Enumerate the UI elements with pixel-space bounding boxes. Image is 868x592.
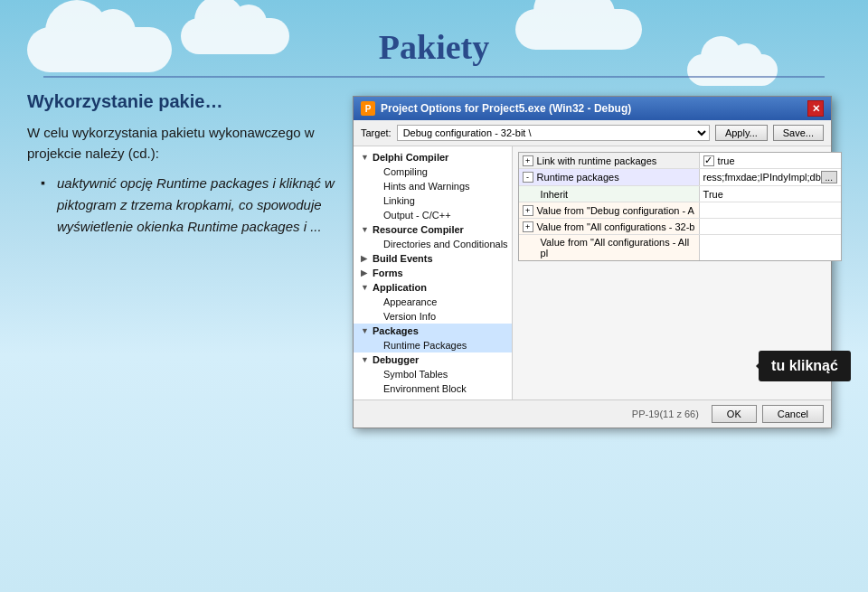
title-divider bbox=[43, 76, 825, 78]
dialog-footer: PP-19(11 z 66) OK Cancel bbox=[354, 399, 831, 428]
prop-value-link-runtime: ✓ true bbox=[700, 153, 841, 168]
target-label: Target: bbox=[361, 127, 392, 138]
main-layout: Wykorzystanie pakie… W celu wykorzystani… bbox=[0, 91, 868, 428]
props-grid: + Link with runtime packages ✓ true bbox=[518, 152, 842, 261]
tree-item-compiling[interactable]: Compiling bbox=[354, 164, 512, 179]
tree-item-application[interactable]: ▼Application bbox=[354, 280, 512, 295]
tree-item-version-info[interactable]: Version Info bbox=[354, 309, 512, 324]
target-select[interactable]: Debug configuration - 32-bit \ bbox=[397, 125, 710, 141]
ok-button[interactable]: OK bbox=[712, 405, 757, 423]
tree-item-delphi-compiler[interactable]: ▼Delphi Compiler bbox=[354, 150, 512, 164]
tree-item-forms[interactable]: ▶Forms bbox=[354, 266, 512, 280]
tree-item-directories[interactable]: Directories and Conditionals bbox=[354, 237, 512, 251]
prop-row-value-all-pl: Value from "All configurations - All pl bbox=[519, 235, 841, 260]
cancel-button[interactable]: Cancel bbox=[762, 405, 824, 423]
prop-label-value-debug: + Value from "Debug configuration - A bbox=[519, 202, 700, 218]
tree-item-hints[interactable]: Hints and Warnings bbox=[354, 179, 512, 193]
tree-item-debugger[interactable]: ▼Debugger bbox=[354, 352, 512, 367]
prop-label-link-runtime: + Link with runtime packages bbox=[519, 153, 700, 168]
dialog-body: ▼Delphi Compiler Compiling Hints and War… bbox=[354, 146, 831, 399]
tree-item-linking[interactable]: Linking bbox=[354, 193, 512, 208]
project-options-dialog: P Project Options for Project5.exe (Win3… bbox=[353, 96, 832, 428]
prop-label-inherit: Inherit bbox=[519, 186, 700, 202]
target-row: Target: Debug configuration - 32-bit \ A… bbox=[354, 120, 831, 146]
body-intro: W celu wykorzystania pakietu wykonawczeg… bbox=[27, 123, 335, 164]
prop-label-all32-text: Value from "All configurations - 32-b bbox=[537, 221, 695, 232]
prop-inherit-value: True bbox=[703, 189, 723, 200]
bullet-list: uaktywnić opcję Runtime packages i klikn… bbox=[41, 173, 335, 238]
prop-value-link-text: true bbox=[718, 155, 735, 166]
prop-row-link-runtime: + Link with runtime packages ✓ true bbox=[519, 153, 841, 169]
tree-item-packages[interactable]: ▼Packages bbox=[354, 324, 512, 338]
apply-button[interactable]: Apply... bbox=[715, 125, 768, 141]
prop-label-inherit-text: Inherit bbox=[541, 189, 569, 200]
tree-item-build-events[interactable]: ▶Build Events bbox=[354, 251, 512, 266]
prop-value-debug bbox=[700, 202, 841, 218]
right-panel: + Link with runtime packages ✓ true bbox=[513, 146, 847, 399]
content-area: Pakiety Wykorzystanie pakie… W celu wyko… bbox=[0, 0, 868, 592]
left-text-panel: Wykorzystanie pakie… W celu wykorzystani… bbox=[27, 91, 335, 428]
prop-label-allpl-text: Value from "All configurations - All pl bbox=[541, 237, 695, 258]
runtime-packages-checkbox[interactable]: ✓ bbox=[703, 155, 714, 166]
dialog-title-left: P Project Options for Project5.exe (Win3… bbox=[361, 101, 631, 116]
prop-value-all-32 bbox=[700, 219, 841, 234]
save-button[interactable]: Save... bbox=[773, 125, 824, 141]
prop-runtime-value: ress;fmxdae;IPIndyImpl;dbexpress bbox=[703, 172, 821, 183]
tree-item-resource-compiler[interactable]: ▼Resource Compiler bbox=[354, 222, 512, 237]
prop-expand-runtime[interactable]: - bbox=[523, 172, 533, 183]
click-tooltip: tu kliknąć bbox=[759, 351, 851, 381]
page-title: Pakiety bbox=[0, 0, 868, 67]
runtime-packages-dots-button[interactable]: ... bbox=[821, 171, 837, 183]
prop-row-value-all-32: + Value from "All configurations - 32-b bbox=[519, 219, 841, 235]
prop-value-inherit: True bbox=[700, 186, 841, 202]
prop-row-value-debug: + Value from "Debug configuration - A bbox=[519, 202, 841, 219]
prop-label-runtime-text: Runtime packages bbox=[537, 172, 619, 183]
prop-label-debug-text: Value from "Debug configuration - A bbox=[537, 205, 694, 216]
prop-label-link-text: Link with runtime packages bbox=[537, 155, 657, 166]
tree-item-output-cpp[interactable]: Output - C/C++ bbox=[354, 208, 512, 222]
tree-item-environment-block[interactable]: Environment Block bbox=[354, 381, 512, 396]
prop-row-runtime-packages: - Runtime packages ress;fmxdae;IPIndyImp… bbox=[519, 169, 841, 186]
prop-expand-all32[interactable]: + bbox=[523, 221, 533, 232]
prop-expand-link[interactable]: + bbox=[523, 155, 533, 166]
prop-value-all-pl bbox=[700, 235, 841, 260]
tree-panel: ▼Delphi Compiler Compiling Hints and War… bbox=[354, 146, 513, 399]
dialog-titlebar: P Project Options for Project5.exe (Win3… bbox=[354, 97, 831, 120]
tree-item-appearance[interactable]: Appearance bbox=[354, 295, 512, 309]
prop-value-runtime-packages: ress;fmxdae;IPIndyImpl;dbexpress ... bbox=[700, 169, 841, 185]
prop-expand-debug[interactable]: + bbox=[523, 205, 533, 216]
dialog-wrapper: P Project Options for Project5.exe (Win3… bbox=[353, 91, 841, 428]
dialog-title-text: Project Options for Project5.exe (Win32 … bbox=[381, 102, 631, 115]
section-title: Wykorzystanie pakie… bbox=[27, 91, 335, 112]
prop-row-inherit: Inherit True bbox=[519, 186, 841, 202]
tree-item-runtime-packages[interactable]: Runtime Packages bbox=[354, 338, 512, 352]
dialog-close-button[interactable]: ✕ bbox=[807, 100, 824, 117]
tree-item-symbol-tables[interactable]: Symbol Tables bbox=[354, 367, 512, 381]
dialog-app-icon: P bbox=[361, 101, 375, 116]
prop-label-runtime-packages: - Runtime packages bbox=[519, 169, 700, 185]
bullet-item-1: uaktywnić opcję Runtime packages i klikn… bbox=[41, 173, 335, 238]
slide-number: PP-19(11 z 66) bbox=[632, 409, 699, 419]
prop-label-all-32: + Value from "All configurations - 32-b bbox=[519, 219, 700, 234]
prop-label-all-pl: Value from "All configurations - All pl bbox=[519, 235, 700, 260]
